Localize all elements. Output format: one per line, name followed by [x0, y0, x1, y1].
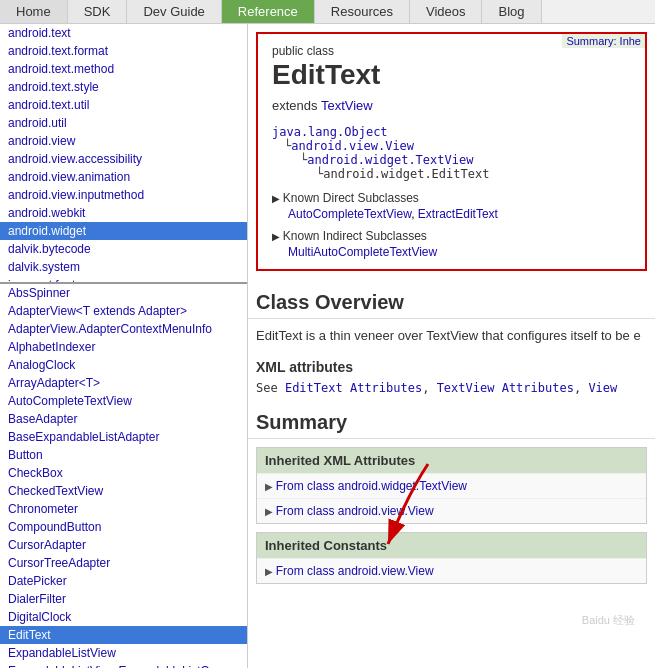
- sidebar-item-edittext[interactable]: EditText: [0, 626, 247, 644]
- inheritance-level2: └android.widget.TextView: [272, 153, 631, 167]
- class-overview-title: Class Overview: [248, 279, 655, 319]
- sidebar-item-androidtextstyle[interactable]: android.text.style: [0, 78, 247, 96]
- sidebar-item-digitalclock[interactable]: DigitalClock: [0, 608, 247, 626]
- textview-class-link[interactable]: From class android.widget.TextView: [276, 479, 467, 493]
- sidebar-item-expandablelistviewc[interactable]: ExpandableListView.ExpandableListC: [0, 662, 247, 668]
- class-name: EditText: [272, 58, 631, 92]
- sidebar-item-androidtextutil[interactable]: android.text.util: [0, 96, 247, 114]
- known-direct-subclasses: Known Direct Subclasses AutoCompleteText…: [272, 191, 631, 221]
- sidebar-item-adapterview[interactable]: AdapterView<T extends Adapter>: [0, 302, 247, 320]
- class-header-box: Summary: Inhe public class EditText exte…: [256, 32, 647, 271]
- summary-label: Summary: Inhe: [562, 34, 645, 48]
- nav-devguide[interactable]: Dev Guide: [127, 0, 221, 23]
- view-attrs-link[interactable]: View: [588, 381, 617, 395]
- sidebar-item-datepicker[interactable]: DatePicker: [0, 572, 247, 590]
- sidebar-item-androidviewinputmethod[interactable]: android.view.inputmethod: [0, 186, 247, 204]
- class-overview-text: EditText is a thin veneer over TextView …: [248, 319, 655, 353]
- sidebar: android.text android.text.format android…: [0, 24, 248, 668]
- inheritance-object-link[interactable]: java.lang.Object: [272, 125, 388, 139]
- sidebar-item-androidtextformat[interactable]: android.text.format: [0, 42, 247, 60]
- known-indirect-subclasses: Known Indirect Subclasses MultiAutoCompl…: [272, 229, 631, 259]
- content-area: Summary: Inhe public class EditText exte…: [248, 24, 655, 668]
- sidebar-item-androidwidget[interactable]: android.widget: [0, 222, 247, 240]
- sidebar-item-baseadapter[interactable]: BaseAdapter: [0, 410, 247, 428]
- view-constants-link[interactable]: From class android.view.View: [276, 564, 434, 578]
- sidebar-item-checkedtextview[interactable]: CheckedTextView: [0, 482, 247, 500]
- sidebar-item-absspinner[interactable]: AbsSpinner: [0, 284, 247, 302]
- sidebar-item-androidwebkit[interactable]: android.webkit: [0, 204, 247, 222]
- xml-attrs-text: See EditText Attributes, TextView Attrib…: [248, 377, 655, 399]
- autocomplete-link[interactable]: AutoCompleteTextView: [288, 207, 411, 221]
- extractedit-link[interactable]: ExtractEditText: [418, 207, 498, 221]
- nav-blog[interactable]: Blog: [482, 0, 541, 23]
- view-class-link[interactable]: From class android.view.View: [276, 504, 434, 518]
- inherited-xml-table: Inherited XML Attributes From class andr…: [256, 447, 647, 524]
- sidebar-item-androidviewanimation[interactable]: android.view.animation: [0, 168, 247, 186]
- inheritance-textview-link[interactable]: android.widget.TextView: [307, 153, 473, 167]
- inheritance-view-link[interactable]: android.view.View: [291, 139, 414, 153]
- known-indirect-items: MultiAutoCompleteTextView: [272, 245, 631, 259]
- inherited-xml-header: Inherited XML Attributes: [257, 448, 646, 473]
- inherited-constants-header: Inherited Constants: [257, 533, 646, 558]
- inherited-constants-table: Inherited Constants From class android.v…: [256, 532, 647, 584]
- inheritance-root: java.lang.Object: [272, 125, 631, 139]
- sidebar-item-androidview[interactable]: android.view: [0, 132, 247, 150]
- inherited-xml-view-row[interactable]: From class android.view.View: [257, 498, 646, 523]
- nav-sdk[interactable]: SDK: [68, 0, 128, 23]
- summary-title: Summary: [248, 399, 655, 439]
- nav-home[interactable]: Home: [0, 0, 68, 23]
- inheritance-tree: java.lang.Object └android.view.View └and…: [272, 125, 631, 181]
- known-direct-items: AutoCompleteTextView, ExtractEditText: [272, 207, 631, 221]
- sidebar-item-arrayadapter[interactable]: ArrayAdapter<T>: [0, 374, 247, 392]
- sidebar-item-androidtextmethod[interactable]: android.text.method: [0, 60, 247, 78]
- sidebar-item-androidtext[interactable]: android.text: [0, 24, 247, 42]
- xml-attrs-title: XML attributes: [248, 353, 655, 377]
- sidebar-item-cursoradapter[interactable]: CursorAdapter: [0, 536, 247, 554]
- sidebar-item-androidviewaccessibility[interactable]: android.view.accessibility: [0, 150, 247, 168]
- sidebar-item-dalviksystem[interactable]: dalvik.system: [0, 258, 247, 276]
- sidebar-item-dialerfilter[interactable]: DialerFilter: [0, 590, 247, 608]
- sidebar-item-autocompletetextview[interactable]: AutoCompleteTextView: [0, 392, 247, 410]
- nav-videos[interactable]: Videos: [410, 0, 483, 23]
- top-navigation: Home SDK Dev Guide Reference Resources V…: [0, 0, 655, 24]
- sidebar-item-compoundbutton[interactable]: CompoundButton: [0, 518, 247, 536]
- sidebar-item-baseexpandable[interactable]: BaseExpandableListAdapter: [0, 428, 247, 446]
- extends-link[interactable]: TextView: [321, 98, 373, 113]
- sidebar-item-cursortreeadapter[interactable]: CursorTreeAdapter: [0, 554, 247, 572]
- watermark: Baidu 经验: [582, 613, 635, 628]
- sidebar-item-alphabetindexer[interactable]: AlphabetIndexer: [0, 338, 247, 356]
- known-direct-label: Known Direct Subclasses: [272, 191, 631, 205]
- sidebar-item-expandablelistview[interactable]: ExpandableListView: [0, 644, 247, 662]
- textview-attrs-link[interactable]: TextView Attributes: [437, 381, 574, 395]
- inherited-constants-view-row[interactable]: From class android.view.View: [257, 558, 646, 583]
- sidebar-item-checkbox[interactable]: CheckBox: [0, 464, 247, 482]
- sidebar-packages[interactable]: android.text android.text.format android…: [0, 24, 247, 284]
- inheritance-level1: └android.view.View: [272, 139, 631, 153]
- sidebar-item-androidutil[interactable]: android.util: [0, 114, 247, 132]
- known-indirect-label: Known Indirect Subclasses: [272, 229, 631, 243]
- sidebar-item-analogclock[interactable]: AnalogClock: [0, 356, 247, 374]
- sidebar-item-dalvikbytecode[interactable]: dalvik.bytecode: [0, 240, 247, 258]
- inheritance-level3: └android.widget.EditText: [272, 167, 631, 181]
- nav-resources[interactable]: Resources: [315, 0, 410, 23]
- sidebar-item-chronometer[interactable]: Chronometer: [0, 500, 247, 518]
- multiauto-link[interactable]: MultiAutoCompleteTextView: [288, 245, 437, 259]
- extends-label: extends: [272, 98, 318, 113]
- edittext-attrs-link[interactable]: EditText Attributes: [285, 381, 422, 395]
- main-layout: android.text android.text.format android…: [0, 24, 655, 668]
- sidebar-item-button[interactable]: Button: [0, 446, 247, 464]
- nav-reference[interactable]: Reference: [222, 0, 315, 23]
- sidebar-item-adapterviewcontext[interactable]: AdapterView.AdapterContextMenuInfo: [0, 320, 247, 338]
- inherited-xml-textview-row[interactable]: From class android.widget.TextView: [257, 473, 646, 498]
- sidebar-item-javaawtfont[interactable]: java.awt.font: [0, 276, 247, 284]
- extends-line: extends TextView: [272, 98, 631, 113]
- sidebar-classes[interactable]: AbsSpinner AdapterView<T extends Adapter…: [0, 284, 247, 668]
- inheritance-edittext: android.widget.EditText: [323, 167, 489, 181]
